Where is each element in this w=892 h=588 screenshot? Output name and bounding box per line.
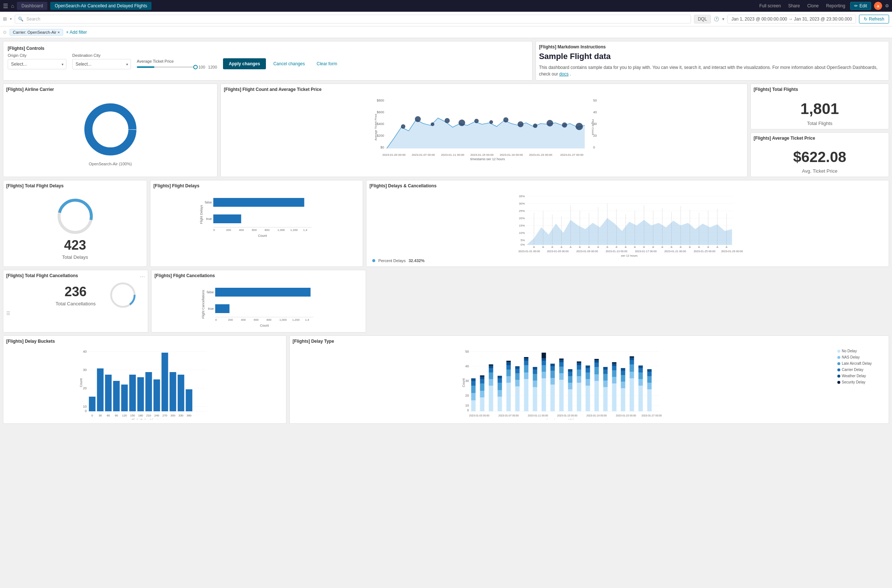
- dql-button[interactable]: DQL: [694, 15, 711, 24]
- origin-city-select[interactable]: Select...: [8, 59, 66, 69]
- refresh-icon: ↻: [864, 16, 867, 22]
- more-icon[interactable]: ⋯: [140, 274, 145, 280]
- svg-rect-282: [612, 370, 616, 377]
- refresh-button[interactable]: ↻ Refresh: [859, 15, 889, 24]
- donut-label: OpenSearch-Air (100%): [6, 162, 214, 166]
- svg-rect-208: [488, 364, 493, 366]
- total-flights-value: 1,801: [754, 94, 886, 119]
- list-icon[interactable]: ☰: [6, 311, 10, 316]
- dashboard-tab[interactable]: Dashboard: [17, 2, 47, 10]
- svg-rect-232: [533, 381, 537, 387]
- dest-city-select-wrapper[interactable]: Select...: [72, 59, 131, 69]
- svg-rect-257: [568, 369, 572, 372]
- svg-rect-248: [559, 373, 563, 380]
- edit-button[interactable]: ✏ Edit: [850, 2, 871, 10]
- svg-rect-255: [568, 376, 572, 383]
- apply-changes-button[interactable]: Apply changes: [223, 58, 266, 69]
- hamburger-icon[interactable]: ☰: [3, 3, 8, 9]
- origin-city-select-wrapper[interactable]: Select...: [8, 59, 66, 69]
- svg-text:2023-01-15 00:00: 2023-01-15 00:00: [557, 414, 577, 417]
- percent-delays-value: 32.432%: [408, 258, 424, 263]
- svg-text:400: 400: [241, 318, 246, 321]
- svg-text:10%: 10%: [519, 231, 525, 235]
- docs-link[interactable]: docs: [559, 72, 569, 76]
- ticket-slider-track[interactable]: [137, 66, 195, 68]
- svg-rect-250: [559, 362, 563, 367]
- gear-icon[interactable]: ⚙: [885, 3, 889, 8]
- row4-spacer: [369, 270, 889, 333]
- clone-link[interactable]: Clone: [805, 3, 821, 8]
- fullscreen-link[interactable]: Full screen: [757, 3, 783, 8]
- svg-rect-264: [586, 386, 590, 411]
- delay-type-legend: No Delay NAS Delay Late Aircraft Delay C…: [837, 346, 885, 419]
- svg-rect-223: [515, 369, 520, 373]
- svg-rect-247: [559, 380, 563, 411]
- total-delays-title: [Flights] Total Flight Delays: [6, 183, 144, 188]
- top-navigation: ☰ ⌂ Dashboard OpenSearch-Air Cancelled a…: [0, 0, 892, 12]
- svg-rect-225: [524, 379, 528, 411]
- svg-rect-270: [594, 374, 599, 381]
- svg-rect-155: [113, 381, 120, 411]
- svg-rect-287: [620, 382, 625, 388]
- svg-rect-306: [647, 369, 652, 372]
- avg-ticket-label: Avg. Ticket Price: [754, 168, 886, 174]
- slider-thumb[interactable]: [193, 65, 198, 69]
- cancel-changes-button[interactable]: Cancel changes: [269, 58, 309, 69]
- add-filter-link[interactable]: + Add filter: [66, 30, 87, 35]
- search-placeholder: Search: [26, 16, 41, 22]
- controls-buttons: Apply changes Cancel changes Clear form: [223, 58, 341, 69]
- svg-text:40: 40: [465, 364, 469, 368]
- dest-city-select[interactable]: Select...: [72, 59, 131, 69]
- svg-rect-286: [620, 388, 625, 411]
- svg-rect-238: [541, 365, 546, 372]
- svg-text:$600: $600: [377, 110, 384, 114]
- refresh-interval-icon[interactable]: ▾: [722, 16, 724, 22]
- svg-marker-100: [597, 246, 599, 248]
- avatar[interactable]: a: [874, 2, 882, 10]
- svg-rect-260: [577, 369, 581, 376]
- svg-text:2023-01-29 00:00: 2023-01-29 00:00: [721, 250, 743, 253]
- active-tab[interactable]: OpenSearch-Air Cancelled and Delayed Fli…: [50, 2, 152, 10]
- svg-text:10: 10: [465, 404, 469, 407]
- svg-text:50: 50: [465, 350, 469, 353]
- svg-text:0: 0: [213, 228, 215, 232]
- svg-rect-222: [515, 373, 520, 380]
- svg-text:2023-01-25 00:00: 2023-01-25 00:00: [694, 250, 716, 253]
- svg-marker-109: [680, 246, 682, 248]
- carrier-filter-tag[interactable]: Carrier: OpenSearch-Air ×: [9, 29, 63, 36]
- svg-rect-283: [612, 366, 616, 370]
- total-cancellations-value: 236: [56, 284, 96, 300]
- clear-form-button[interactable]: Clear form: [312, 58, 341, 69]
- svg-rect-206: [488, 368, 493, 372]
- svg-text:false: false: [205, 201, 212, 204]
- svg-text:1,4: 1,4: [303, 228, 308, 232]
- flight-delays-svg: false true 0 200 400 600 800 1,000 1,200…: [153, 190, 360, 238]
- search-input-area[interactable]: 🔍 Search: [15, 15, 691, 24]
- svg-text:60: 60: [107, 414, 110, 417]
- late-aircraft-dot: [837, 362, 840, 365]
- svg-rect-201: [480, 376, 484, 379]
- svg-marker-114: [725, 246, 728, 248]
- time-range-display[interactable]: Jan 1, 2023 @ 00:00:00.000 → Jan 31, 202…: [727, 15, 856, 24]
- legend-carrier-delay: Carrier Delay: [837, 368, 885, 372]
- svg-rect-237: [541, 372, 546, 378]
- svg-text:30: 30: [99, 414, 102, 417]
- svg-marker-95: [551, 246, 553, 248]
- svg-rect-242: [550, 384, 554, 411]
- svg-rect-162: [170, 372, 176, 411]
- svg-rect-199: [480, 384, 484, 391]
- svg-text:1,000: 1,000: [278, 228, 285, 232]
- svg-rect-154: [105, 375, 111, 411]
- share-link[interactable]: Share: [786, 3, 802, 8]
- svg-text:200: 200: [228, 318, 233, 321]
- flight-count-panel: [Flights] Flight Count and Average Ticke…: [221, 84, 747, 177]
- svg-text:360: 360: [187, 414, 192, 417]
- svg-text:30: 30: [83, 368, 87, 372]
- svg-rect-269: [594, 381, 599, 411]
- avg-ticket-title: [Flights] Average Ticket Price: [754, 136, 886, 141]
- chevron-down-icon[interactable]: ▾: [10, 17, 12, 21]
- svg-point-20: [562, 123, 568, 128]
- home-icon[interactable]: ⌂: [11, 3, 14, 9]
- reporting-link[interactable]: Reporting: [824, 3, 847, 8]
- legend-weather-delay: Weather Delay: [837, 374, 885, 378]
